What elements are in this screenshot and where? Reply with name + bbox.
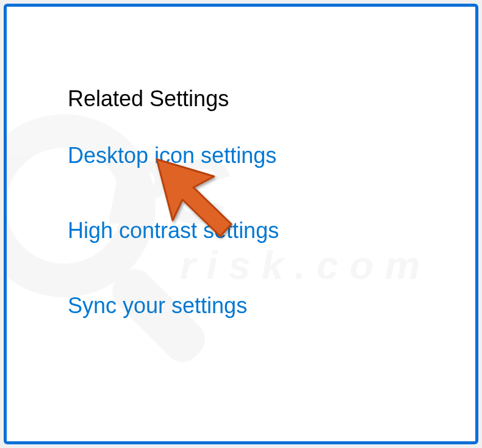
settings-panel: PC risk.com Related Settings Desktop ico… (4, 4, 478, 444)
related-settings-section: Related Settings Desktop icon settings H… (7, 7, 475, 319)
link-desktop-icon-settings[interactable]: Desktop icon settings (68, 142, 475, 168)
section-heading: Related Settings (68, 86, 475, 112)
link-sync-your-settings[interactable]: Sync your settings (68, 292, 475, 319)
link-high-contrast-settings[interactable]: High contrast settings (68, 217, 475, 244)
